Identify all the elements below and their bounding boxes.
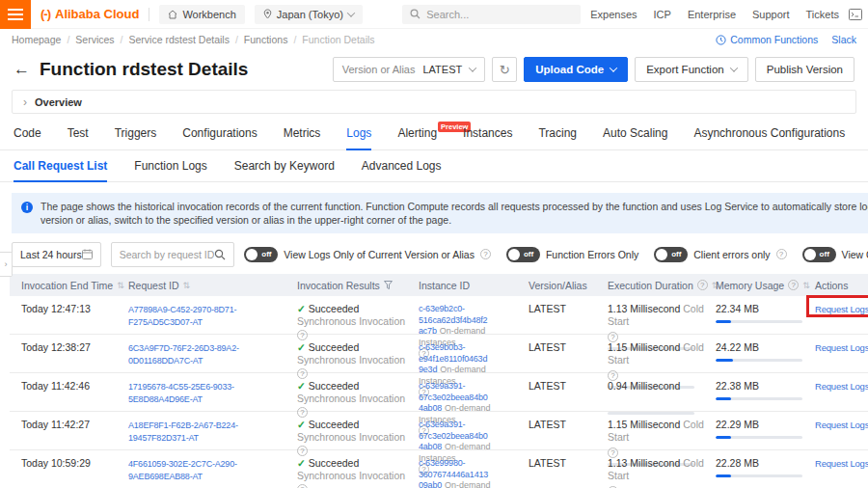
subtab-function-logs[interactable]: Function Logs	[134, 159, 206, 181]
sort-icon[interactable]: ⇅	[802, 281, 810, 290]
tab-instances[interactable]: Instances	[463, 126, 512, 149]
overview-panel[interactable]: › Overview	[12, 90, 856, 114]
export-function-button[interactable]: Export Function	[635, 57, 748, 82]
help-icon[interactable]: ?	[297, 446, 308, 456]
table-header: Invocation End Time⇅ Request ID⇅ Invocat…	[10, 274, 868, 296]
tab-auto-scaling[interactable]: Auto Scaling	[603, 126, 667, 149]
toggle-label: Client errors only	[693, 249, 770, 260]
request-id-link[interactable]: A18EF8F1-F62B-2A67-B224-19457F82D371-AT	[128, 420, 238, 443]
workbench-button[interactable]: Workbench	[159, 5, 244, 24]
left-panel-expander[interactable]: ›	[0, 252, 13, 277]
request-id-search-input[interactable]: Search by request ID	[111, 242, 235, 267]
refresh-button[interactable]: ↻	[492, 57, 517, 82]
help-icon[interactable]: ?	[788, 280, 799, 290]
subtab-call-request-list[interactable]: Call Request List	[14, 159, 107, 182]
request-id-link[interactable]: A77898A9-C452-2970-8D71-F275AD5C3D07-AT	[128, 305, 236, 327]
time-range-picker[interactable]: Last 24 hours	[12, 242, 101, 267]
tab-asynchronous-configurations[interactable]: Asynchronous Configurations	[693, 126, 845, 149]
help-icon[interactable]: ?	[297, 484, 308, 488]
banner-line2: version or alias, switch to the specifie…	[41, 213, 868, 227]
back-arrow-icon[interactable]: ←	[14, 60, 30, 79]
col-memory-usage[interactable]: Memory Usage?⇅	[716, 280, 815, 291]
instance-id-link[interactable]: c-63e9a391-67c3e02beea84b0	[419, 420, 488, 441]
help-icon[interactable]: ?	[480, 249, 491, 259]
request-id-link[interactable]: 4F661059-302E-2C7C-A290-9AEB698EAB88-AT	[128, 459, 237, 481]
invocation-result-cell: ✓ Succeeded Synchronous Invocation ?	[297, 341, 415, 379]
version-alias-select[interactable]: Version or Alias LATEST	[333, 57, 486, 82]
instance-id-link[interactable]: c-63e9b2c0-516ca62d3f4b48f2	[419, 304, 487, 325]
top-link-enterprise[interactable]: Enterprise	[688, 9, 736, 20]
breadcrumb-item-service-rdstest-details[interactable]: Service rdstest Details	[128, 34, 229, 45]
instance-id-link[interactable]: 4ab08	[419, 442, 442, 451]
result-status: Succeeded	[309, 341, 360, 353]
sort-icon[interactable]: ⇅	[117, 281, 124, 290]
slack-link[interactable]: Slack	[831, 34, 856, 45]
subtab-advanced-logs[interactable]: Advanced Logs	[362, 159, 442, 181]
tab-logs[interactable]: Logs	[346, 126, 371, 150]
toggle-function-errors-only[interactable]: off	[506, 247, 540, 262]
toggle-client-errors-only[interactable]: off	[654, 247, 688, 262]
instance-id-link[interactable]: c-63e99980-3607674446a1413	[419, 458, 488, 479]
col-execution-duration[interactable]: Execution Duration?⇅	[608, 280, 716, 291]
instance-id-link[interactable]: 09ab0	[419, 480, 442, 488]
breadcrumb-separator: /	[121, 34, 123, 45]
toggle-view-logs-only-of-current-version-or-alias[interactable]: off	[244, 247, 278, 262]
top-link-tickets[interactable]: Tickets	[806, 9, 839, 20]
instance-id-link[interactable]: c-63e9b0b3-e94f1e8110f0463d	[419, 342, 487, 364]
breadcrumb-item-services[interactable]: Services	[75, 34, 114, 45]
hamburger-menu-icon[interactable]	[0, 0, 31, 29]
tab-configurations[interactable]: Configurations	[182, 126, 257, 149]
toggle-view-only-cold-start-requests[interactable]: off	[802, 247, 836, 262]
tab-alerting[interactable]: AlertingPreview	[397, 126, 437, 149]
instance-id-link[interactable]: 9e3d	[419, 365, 437, 374]
request-id-link[interactable]: 6C3A9F7D-76F2-26D3-89A2-0D01168DDA7C-AT	[128, 343, 239, 366]
col-invocation-end-time[interactable]: Invocation End Time⇅	[21, 280, 128, 291]
breadcrumb-item-homepage[interactable]: Homepage	[12, 34, 61, 45]
breadcrumb-item-functions[interactable]: Functions	[244, 34, 288, 45]
request-logs-link[interactable]: Request Logs	[815, 420, 868, 430]
help-icon[interactable]: ?	[297, 368, 308, 379]
duration-bar	[608, 412, 694, 415]
log-subtabs: Call Request ListFunction LogsSearch by …	[0, 150, 868, 182]
help-icon[interactable]: ?	[297, 407, 308, 418]
request-logs-link[interactable]: Request Logs	[815, 381, 868, 392]
help-icon[interactable]: ?	[776, 249, 787, 259]
col-request-id[interactable]: Request ID⇅	[128, 280, 297, 291]
top-link-expenses[interactable]: Expenses	[590, 9, 637, 20]
request-id-link[interactable]: 17195678-4C55-25E6-9033-5E8D88A4D96E-AT	[128, 382, 234, 404]
tab-triggers[interactable]: Triggers	[115, 126, 157, 149]
tab-code[interactable]: Code	[14, 126, 41, 149]
tab-test[interactable]: Test	[68, 126, 89, 149]
col-invocation-results[interactable]: Invocation Results	[297, 280, 419, 291]
request-logs-link[interactable]: Request Logs	[815, 342, 868, 353]
memory-bar	[716, 320, 802, 323]
alibaba-cloud-logo[interactable]: (-) Alibaba Cloud	[41, 7, 139, 21]
tab-metrics[interactable]: Metrics	[284, 126, 321, 149]
instance-id-link[interactable]: ac7b	[419, 326, 437, 336]
invocation-type: Synchronous Invocation	[297, 354, 405, 366]
info-icon: i	[21, 202, 33, 213]
global-search-input[interactable]: Search...	[402, 5, 581, 24]
top-link-support[interactable]: Support	[752, 9, 790, 20]
top-link-icp[interactable]: ICP	[654, 9, 671, 20]
common-functions-link[interactable]: Common Functions	[716, 34, 818, 45]
memory-bar	[716, 397, 802, 400]
instance-id-link[interactable]: c-63e9a391-67c3e02beea84b0	[419, 381, 488, 402]
sort-icon[interactable]: ⇅	[183, 281, 191, 290]
request-logs-link[interactable]: Request Logs	[815, 458, 868, 469]
region-selector[interactable]: Japan (Tokyo)	[255, 5, 363, 24]
instance-id-link[interactable]: 4ab08	[419, 403, 442, 413]
info-banner: i The page shows the historical invocati…	[12, 193, 868, 233]
memory-usage-cell: 22.38 MB	[716, 380, 815, 400]
tab-tracing[interactable]: Tracing	[538, 126, 577, 149]
help-icon[interactable]: ?	[697, 280, 708, 290]
filter-funnel-icon[interactable]	[384, 281, 393, 289]
terminal-icon[interactable]	[849, 9, 862, 20]
filter-client-errors-only: offClient errors only?	[654, 247, 786, 262]
help-icon[interactable]: ?	[297, 330, 308, 340]
publish-version-button[interactable]: Publish Version	[755, 57, 854, 82]
request-logs-link[interactable]: Request Logs	[815, 304, 868, 314]
table-body: Today 12:47:13 A77898A9-C452-2970-8D71-F…	[10, 296, 868, 488]
upload-code-button[interactable]: Upload Code	[524, 57, 628, 82]
subtab-search-by-keyword[interactable]: Search by Keyword	[234, 159, 335, 181]
